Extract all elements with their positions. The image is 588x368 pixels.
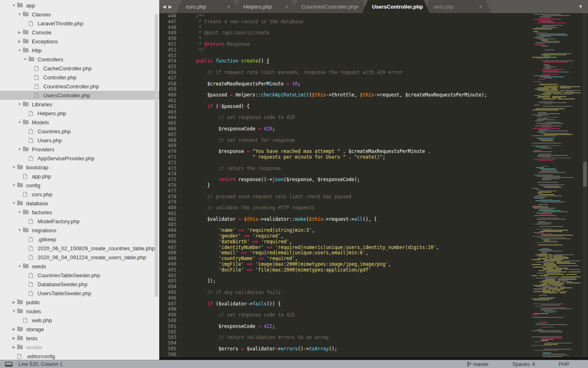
tree-item-2020-06-04-091224-create-users-table-php[interactable]: 2020_06_04_091224_create_users_table.php (0, 253, 159, 262)
code-line[interactable]: 483 (159, 222, 527, 228)
disclosure-closed-icon[interactable]: ▶ (11, 345, 17, 349)
disclosure-open-icon[interactable]: ▼ (16, 210, 23, 214)
tab-helpers-php[interactable]: Helpers.php× (234, 0, 297, 13)
editor-scrollbar-thumb[interactable] (583, 162, 587, 187)
code-line[interactable]: 500 (159, 318, 527, 324)
tab-cors-php[interactable]: cors.php× (176, 0, 239, 13)
tree-item-appserviceprovider-php[interactable]: AppServiceProvider.php (0, 154, 159, 163)
tree-item-databaseseeder-php[interactable]: DatabaseSeeder.php (0, 280, 159, 289)
tab-web-php[interactable]: web.php× (424, 0, 491, 13)
code-line[interactable]: 475 return response()->json($response, $… (159, 177, 527, 183)
code-line[interactable]: 453 (159, 53, 527, 59)
tree-item-modelfactory-php[interactable]: ModelFactory.php (0, 217, 159, 226)
tree-item--editorconfig[interactable]: .editorconfig (0, 352, 159, 360)
tree-item--gitkeep[interactable]: .gitkeep (0, 235, 159, 244)
code-line[interactable]: 446 /** (159, 13, 527, 19)
code-line[interactable]: 458 $createMaxRequestsPerMinute = 10; (159, 81, 527, 87)
code-line[interactable]: 467 (159, 132, 527, 138)
tree-item-users-php[interactable]: Users.php (0, 136, 159, 145)
code-line[interactable]: 471 " requests per minute for Users " . … (159, 155, 527, 160)
disclosure-open-icon[interactable]: ▼ (11, 183, 17, 187)
disclosure-open-icon[interactable]: ▼ (11, 165, 17, 169)
code-line[interactable]: 480 // validate the incoming HTTP reques… (159, 205, 527, 211)
code-line[interactable]: 472 (159, 160, 527, 166)
tree-item-vendor[interactable]: ▶vendor (0, 343, 159, 352)
tree-item-libraries[interactable]: ▼Libraries (0, 100, 159, 109)
indent-setting[interactable]: Spaces: 4 (512, 361, 535, 367)
tree-item-database[interactable]: ▼database (0, 199, 159, 208)
tree-item-classes[interactable]: ▼Classes (0, 10, 159, 19)
disclosure-open-icon[interactable]: ▼ (11, 309, 17, 313)
code-line[interactable]: 498 (159, 307, 527, 312)
disclosure-open-icon[interactable]: ▼ (11, 3, 17, 7)
tab-close-icon[interactable]: × (417, 4, 421, 10)
code-line[interactable]: 505 $errors = $validator->errors()->toAr… (159, 346, 527, 352)
code-line[interactable]: 452 */ (159, 47, 527, 53)
code-line[interactable]: 496 (159, 296, 527, 301)
code-line[interactable]: 459 (159, 87, 527, 92)
disclosure-open-icon[interactable]: ▼ (22, 57, 29, 61)
nav-next-icon[interactable]: ▶ (168, 4, 172, 9)
disclosure-closed-icon[interactable]: ▶ (11, 336, 17, 340)
code-line[interactable]: 486 'dateBirth' => 'required', (159, 239, 527, 245)
tree-item-cors-php[interactable]: cors.php (0, 190, 159, 199)
disclosure-open-icon[interactable]: ▼ (16, 264, 23, 268)
tree-item-web-php[interactable]: web.php (0, 316, 159, 325)
disclosure-open-icon[interactable]: ▼ (16, 12, 23, 16)
tree-item-2020-06-02-150829-create-countries-table-php[interactable]: 2020_06_02_150829_create_countries_table… (0, 244, 159, 253)
disclosure-open-icon[interactable]: ▼ (16, 147, 23, 151)
tree-item-public[interactable]: ▶public (0, 298, 159, 307)
disclosure-open-icon[interactable]: ▼ (16, 48, 23, 52)
tab-countriescontroller-php[interactable]: CountriesController.php× (292, 0, 368, 13)
code-line[interactable]: 455 (159, 64, 527, 70)
code-line[interactable]: 463 (159, 110, 527, 115)
code-line[interactable]: 466 $responseCode = 429; (159, 126, 527, 132)
disclosure-closed-icon[interactable]: ▶ (11, 300, 17, 304)
code-line[interactable]: 495 // if any validation fails (159, 290, 527, 296)
code-line[interactable]: 456 // if request rate limit exceeds, re… (159, 70, 527, 76)
code-line[interactable]: 461 (159, 98, 527, 104)
code-line[interactable]: 485 'gender' => 'required', (159, 233, 527, 239)
code-line[interactable]: 503 // return validation errors to an ar… (159, 335, 527, 341)
tree-item-controller-php[interactable]: Controller.php (0, 73, 159, 82)
tree-item-storage[interactable]: ▶storage (0, 325, 159, 334)
code-lines[interactable]: 446 /**447 * Create a new record in the … (159, 13, 527, 357)
code-line[interactable]: 490 'imgFile' => 'image|max:2000|mimetyp… (159, 262, 527, 267)
tree-item-seeds[interactable]: ▼seeds (0, 262, 159, 271)
code-line[interactable]: 448 * (159, 25, 527, 31)
tab-close-icon[interactable]: × (356, 4, 359, 10)
code-line[interactable]: 499 // set response code to 422 (159, 312, 527, 318)
code-line[interactable]: 447 * Create a new record in the databas… (159, 19, 527, 25)
code-line[interactable]: 474 (159, 171, 527, 177)
code-line[interactable]: 502 (159, 330, 527, 335)
tree-item-app[interactable]: ▼app (0, 1, 159, 10)
code-line[interactable]: 491 'docFile' => 'file|max:2000|mimetype… (159, 267, 527, 273)
code-line[interactable]: 482 $validator = $this->validator::make(… (159, 217, 527, 222)
tab-close-icon[interactable]: × (479, 4, 482, 10)
code-line[interactable]: 451 * @return Response (159, 42, 527, 47)
code-line[interactable]: 468 // set content for response (159, 138, 527, 144)
tree-item-countriescontroller-php[interactable]: CountriesController.php (0, 82, 159, 91)
tree-item-countries-php[interactable]: Countries.php (0, 127, 159, 136)
code-line[interactable]: 473 // return the response (159, 166, 527, 172)
tree-item-models[interactable]: ▼Models (0, 118, 159, 127)
tree-item-app-php[interactable]: app.php (0, 172, 159, 181)
tree-item-http[interactable]: ▼Http (0, 46, 159, 55)
code-line[interactable]: 454 public function create() { (159, 58, 527, 64)
tree-item-helpers-php[interactable]: Helpers.php (0, 109, 159, 118)
code-line[interactable]: 506 (159, 352, 527, 357)
tree-item-cachecontroller-php[interactable]: CacheController.php (0, 64, 159, 73)
tree-item-userstableseeder-php[interactable]: UsersTableSeeder.php (0, 289, 159, 298)
code-line[interactable]: 488 'email' => 'required|email|unique:us… (159, 250, 527, 256)
disclosure-closed-icon[interactable]: ▶ (16, 39, 23, 43)
disclosure-open-icon[interactable]: ▼ (16, 228, 23, 232)
code-line[interactable]: 465 (159, 121, 527, 126)
code-line[interactable]: 476 } (159, 183, 527, 188)
code-line[interactable]: 457 (159, 76, 527, 81)
tab-close-icon[interactable]: × (285, 4, 288, 10)
tab-close-icon[interactable]: × (227, 4, 230, 10)
code-line[interactable]: 494 (159, 284, 527, 290)
syntax-mode[interactable]: PHP (559, 361, 569, 367)
code-line[interactable]: 481 (159, 211, 527, 217)
disclosure-open-icon[interactable]: ▼ (16, 120, 23, 124)
